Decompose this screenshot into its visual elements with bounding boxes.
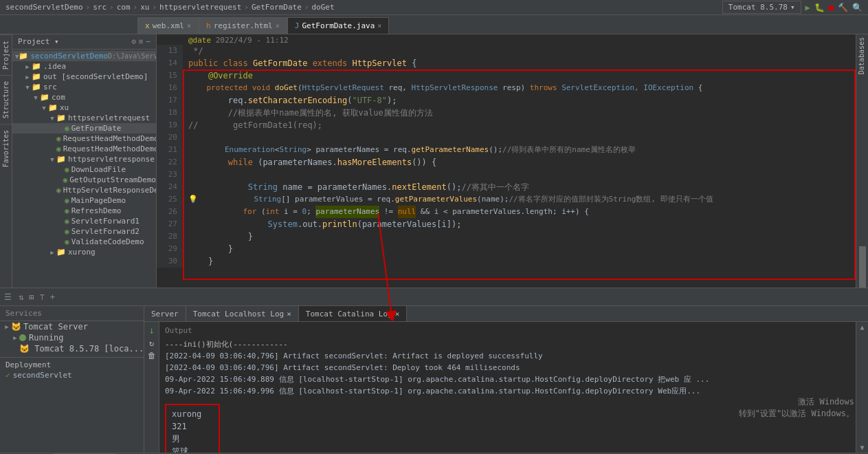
- output-result-box: xurong 321 男 篮球 编码 上海: [165, 404, 220, 453]
- log-controls: ↓ ↻ 🗑: [144, 322, 159, 453]
- running-label: Running: [29, 333, 64, 343]
- databases-tab[interactable]: Databases: [856, 34, 868, 77]
- sidebar-icons: ⚙ ≡ −: [131, 37, 151, 46]
- tree-item-httpservletresponse[interactable]: ▼ 📁 httpservletresponse: [12, 154, 156, 164]
- debug-icon[interactable]: 🐛: [814, 3, 825, 12]
- tomcat-icon: 🐱: [11, 322, 21, 332]
- code-line-26: for (int i = 0; parameterNames != null &…: [188, 206, 856, 218]
- log-scrollbar[interactable]: ▲ ▼: [856, 322, 868, 453]
- minus-icon[interactable]: −: [146, 37, 151, 46]
- tab-label: web.xml: [153, 21, 184, 30]
- running-indicator: [19, 334, 26, 341]
- top-bar: secondServletDemo › src › com › xu › htt…: [0, 0, 868, 15]
- dropdown-icon: ▾: [790, 3, 795, 12]
- side-tab-project[interactable]: Project: [0, 34, 12, 75]
- tree-item-requestheadmethoddemo[interactable]: ◉ RequestHeadMethodDemo: [12, 133, 156, 144]
- tree-item-getoutputstreamdemo[interactable]: ◉ GetOutputStreamDemo: [12, 175, 156, 185]
- services-btn3[interactable]: ⊞: [26, 292, 36, 302]
- tab-register-html[interactable]: h register.html ×: [199, 17, 287, 34]
- tree-item-validatecodedemo[interactable]: ◉ ValidateCodeDemo: [12, 237, 156, 247]
- tab-web-xml[interactable]: x web.xml ×: [137, 17, 199, 34]
- side-tab-structure[interactable]: Structure: [0, 75, 12, 124]
- tree-item-httpservletresponsedemo[interactable]: ◉ HttpServletResponseDemo: [12, 185, 156, 195]
- tree-item-mainpagedemo[interactable]: ◉ MainPageDemo: [12, 195, 156, 206]
- tomcat-version: Tomcat 8.5.78: [728, 3, 788, 12]
- code-line-13: */: [188, 45, 856, 57]
- log-reload-icon[interactable]: ↻: [149, 338, 154, 348]
- side-tab-favorites[interactable]: Favorites: [0, 124, 12, 173]
- code-line-18: //根据表单中name属性的名, 获取value属性值的方法: [188, 107, 856, 119]
- deployment-section: Deployment ✓ secondServlet: [0, 357, 144, 382]
- tree-item-src[interactable]: ▼ 📁 src: [12, 82, 156, 92]
- code-line-14: public class GetFormDate extends HttpSer…: [188, 57, 856, 69]
- run-icon[interactable]: ▶: [805, 3, 810, 12]
- log-main: ↓ ↻ 🗑 Output ----ini()初始化(------------ […: [144, 322, 868, 453]
- tab-close[interactable]: ×: [276, 22, 280, 30]
- code-line-23: [188, 169, 856, 181]
- editor-scroll[interactable]: 13 14 15 16 17 18 19 20 21 22 23 24 25 2…: [157, 45, 856, 288]
- code-line-22: while (parameterNames.hasMoreElements())…: [188, 156, 856, 169]
- gear-icon[interactable]: ⚙: [131, 37, 136, 46]
- top-bar-right: Tomcat 8.5.78 ▾ ▶ 🐛 ■ 🔨 🔍: [722, 1, 863, 14]
- code-line-27: System.out.println(parameterValues[i]);: [188, 218, 856, 230]
- code-line-25: 💡 String[] parameterValues = req.getPara…: [188, 193, 856, 206]
- tree-item-xurong[interactable]: ▶ 📁 xurong: [12, 247, 156, 257]
- settings-icon[interactable]: ≡: [139, 37, 144, 46]
- catalina-log-tab[interactable]: Tomcat Catalina Log ×: [299, 306, 407, 321]
- server-tab[interactable]: Server: [144, 306, 186, 321]
- services-icon[interactable]: ☰: [0, 292, 16, 302]
- output-321: 321: [172, 420, 213, 433]
- log-line-3: 09-Apr-2022 15:06:49.889 信息 [localhost-s…: [165, 374, 850, 385]
- services-title: Services: [0, 306, 144, 321]
- code-line-20: [188, 131, 856, 144]
- tab-close[interactable]: ×: [187, 22, 191, 30]
- project-sidebar: Project ▾ ⚙ ≡ − ▼ 📁 secondServletDemo D:…: [12, 34, 157, 288]
- log-down-icon[interactable]: ↓: [148, 325, 154, 336]
- search-icon[interactable]: 🔍: [852, 3, 863, 12]
- log-clear-icon[interactable]: 🗑: [148, 351, 156, 360]
- output-basketball: 篮球: [172, 445, 213, 453]
- code-line-21: Enumeration<String> parameterNames = req…: [188, 144, 856, 156]
- tomcat-instance-label: 🐱 Tomcat 8.5.78 [loca...: [19, 344, 144, 354]
- services-panel: Services ▶ 🐱 Tomcat Server ▶ Running 🐱 T…: [0, 306, 144, 453]
- services-btn5[interactable]: +: [47, 292, 58, 302]
- services-btn2[interactable]: ⇅: [16, 292, 26, 302]
- tree-item-downloadfile[interactable]: ◉ DownLoadFile: [12, 164, 156, 175]
- tree-item-servletforward1[interactable]: ◉ ServletForward1: [12, 216, 156, 226]
- tab-close[interactable]: ×: [377, 22, 381, 30]
- running-item[interactable]: ▶ Running: [0, 332, 144, 343]
- tab-label: register.html: [214, 21, 273, 30]
- tree-item-com[interactable]: ▼ 📁 com: [12, 92, 156, 102]
- sidebar-title: Project ▾: [18, 37, 59, 46]
- root-label: secondServletDemo: [30, 52, 108, 61]
- tree-item-servletforward2[interactable]: ◉ ServletForward2: [12, 226, 156, 237]
- tree-item-idea[interactable]: ▶ 📁 .idea: [12, 61, 156, 72]
- localhost-log-tab[interactable]: Tomcat Localhost Log ×: [186, 306, 299, 321]
- code-lines: */ public class GetFormDate extends Http…: [157, 45, 856, 268]
- tree-item-requestheadmethoddemo2[interactable]: ◉ RequestHeadMethodDemo2: [12, 144, 156, 154]
- tomcat-instance-item[interactable]: 🐱 Tomcat 8.5.78 [loca...: [0, 343, 144, 354]
- output-label: Output: [165, 325, 850, 336]
- bottom-tabs: ☰ ⇅ ⊞ ⊤ +: [0, 288, 868, 306]
- editor-tabs: x web.xml × h register.html × J GetFormD…: [0, 15, 868, 34]
- services-btn4[interactable]: ⊤: [36, 292, 47, 302]
- deployment-item: ✓ secondServlet: [5, 371, 138, 380]
- tree-item-refreshdemo[interactable]: ◉ RefreshDemo: [12, 206, 156, 216]
- bottom-section: ☰ ⇅ ⊞ ⊤ + Services ▶ 🐱 Tomcat Server ▶ R…: [0, 288, 868, 453]
- tree-item-out[interactable]: ▶ 📁 out [secondServletDemo]: [12, 72, 156, 82]
- tree-item-getformdate[interactable]: ◉ GetFormDate: [12, 123, 156, 133]
- tree-item-httpservletrequest[interactable]: ▼ 📁 httpservletrequest: [12, 113, 156, 123]
- log-line-2: [2022-04-09 03:06:40,796] Artifact secon…: [165, 362, 850, 374]
- tomcat-badge[interactable]: Tomcat 8.5.78 ▾: [722, 1, 801, 14]
- stop-icon[interactable]: ■: [829, 3, 834, 12]
- code-editor: @date 2022/4/9 - 11:12 13 14 15 16 17 18…: [157, 34, 856, 288]
- output-male: 男: [172, 433, 213, 445]
- tree-item-xu[interactable]: ▼ 📁 xu: [12, 102, 156, 113]
- tomcat-server-item[interactable]: ▶ 🐱 Tomcat Server: [0, 321, 144, 332]
- build-icon[interactable]: 🔨: [838, 3, 848, 12]
- bottom-content: Services ▶ 🐱 Tomcat Server ▶ Running 🐱 T…: [0, 306, 868, 453]
- checkmark-icon: ✓: [5, 371, 10, 380]
- tab-get-form-date[interactable]: J GetFormDate.java ×: [287, 17, 390, 34]
- tree-item-root[interactable]: ▼ 📁 secondServletDemo D:\Java\Servlet\se…: [12, 51, 156, 61]
- log-line-4: 09-Apr-2022 15:06:49.996 信息 [localhost-s…: [165, 385, 850, 397]
